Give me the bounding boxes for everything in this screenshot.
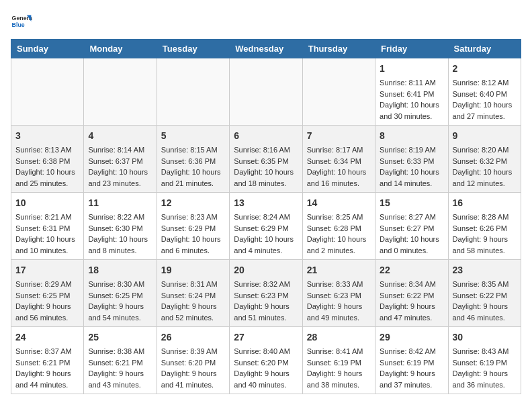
calendar-cell: 24Sunrise: 8:37 AMSunset: 6:21 PMDayligh…	[11, 327, 84, 394]
day-info: Daylight: 9 hours and 54 minutes.	[88, 301, 152, 323]
day-number: 23	[453, 263, 517, 277]
calendar-cell: 21Sunrise: 8:33 AMSunset: 6:23 PMDayligh…	[302, 260, 375, 327]
calendar-cell	[230, 58, 302, 126]
day-number: 28	[307, 330, 371, 345]
calendar-cell: 6Sunrise: 8:16 AMSunset: 6:35 PMDaylight…	[230, 126, 302, 193]
day-info: Sunset: 6:21 PM	[15, 357, 79, 369]
column-header-friday: Friday	[375, 40, 448, 58]
day-info: Sunrise: 8:22 AM	[88, 212, 152, 223]
day-info: Sunrise: 8:33 AM	[307, 279, 371, 290]
day-info: Sunrise: 8:38 AM	[88, 346, 152, 357]
day-info: Sunset: 6:25 PM	[15, 290, 79, 302]
day-info: Sunrise: 8:41 AM	[307, 346, 371, 357]
calendar-cell: 17Sunrise: 8:29 AMSunset: 6:25 PMDayligh…	[11, 260, 84, 327]
day-info: Daylight: 9 hours and 36 minutes.	[453, 368, 517, 390]
day-info: Daylight: 10 hours and 8 minutes.	[88, 234, 152, 256]
day-info: Sunrise: 8:12 AM	[453, 77, 517, 89]
calendar-cell	[84, 58, 157, 126]
day-info: Sunrise: 8:32 AM	[234, 279, 298, 290]
day-number: 3	[15, 129, 79, 143]
day-info: Sunset: 6:40 PM	[453, 89, 517, 100]
day-info: Sunset: 6:27 PM	[380, 223, 443, 234]
day-info: Daylight: 9 hours and 56 minutes.	[15, 301, 79, 323]
day-number: 4	[88, 129, 152, 143]
day-number: 8	[380, 129, 443, 143]
day-info: Sunset: 6:22 PM	[453, 290, 517, 302]
day-info: Daylight: 10 hours and 6 minutes.	[161, 234, 225, 256]
logo-icon: General Blue	[11, 11, 32, 32]
day-info: Daylight: 10 hours and 12 minutes.	[453, 167, 517, 189]
day-info: Daylight: 9 hours and 51 minutes.	[234, 301, 298, 323]
day-info: Daylight: 9 hours and 46 minutes.	[453, 301, 517, 323]
day-number: 29	[380, 330, 443, 345]
day-number: 25	[88, 330, 152, 345]
day-info: Daylight: 10 hours and 23 minutes.	[88, 167, 152, 189]
calendar-cell: 4Sunrise: 8:14 AMSunset: 6:37 PMDaylight…	[84, 126, 157, 193]
day-info: Sunrise: 8:24 AM	[234, 212, 298, 223]
calendar-cell: 7Sunrise: 8:17 AMSunset: 6:34 PMDaylight…	[302, 126, 375, 193]
day-number: 9	[453, 129, 517, 143]
day-info: Daylight: 10 hours and 2 minutes.	[307, 234, 371, 256]
day-info: Sunset: 6:28 PM	[307, 223, 371, 234]
calendar-cell: 13Sunrise: 8:24 AMSunset: 6:29 PMDayligh…	[230, 193, 302, 260]
calendar-cell: 26Sunrise: 8:39 AMSunset: 6:20 PMDayligh…	[157, 327, 229, 394]
logo: General Blue	[11, 11, 35, 32]
day-number: 12	[161, 196, 225, 210]
day-info: Daylight: 10 hours and 14 minutes.	[380, 167, 443, 189]
day-info: Sunset: 6:25 PM	[88, 290, 152, 302]
calendar-cell: 1Sunrise: 8:11 AMSunset: 6:41 PMDaylight…	[375, 58, 448, 126]
day-info: Sunset: 6:20 PM	[161, 357, 225, 369]
svg-text:Blue: Blue	[12, 21, 25, 28]
day-info: Sunrise: 8:28 AM	[453, 212, 517, 223]
day-info: Daylight: 9 hours and 44 minutes.	[15, 368, 79, 390]
day-info: Sunrise: 8:37 AM	[15, 346, 79, 357]
week-row-5: 24Sunrise: 8:37 AMSunset: 6:21 PMDayligh…	[11, 327, 521, 394]
day-info: Daylight: 9 hours and 58 minutes.	[453, 234, 517, 256]
day-info: Sunrise: 8:29 AM	[15, 279, 79, 290]
day-info: Sunrise: 8:15 AM	[161, 144, 225, 156]
calendar-cell: 30Sunrise: 8:43 AMSunset: 6:19 PMDayligh…	[448, 327, 521, 394]
calendar-cell: 18Sunrise: 8:30 AMSunset: 6:25 PMDayligh…	[84, 260, 157, 327]
day-info: Daylight: 9 hours and 41 minutes.	[161, 368, 225, 390]
calendar-cell	[11, 58, 84, 126]
day-info: Sunrise: 8:43 AM	[453, 346, 517, 357]
day-info: Sunset: 6:21 PM	[88, 357, 152, 369]
day-info: Daylight: 9 hours and 47 minutes.	[380, 301, 443, 323]
day-number: 7	[307, 129, 371, 143]
day-info: Sunrise: 8:39 AM	[161, 346, 225, 357]
calendar-cell: 14Sunrise: 8:25 AMSunset: 6:28 PMDayligh…	[302, 193, 375, 260]
day-number: 10	[15, 196, 79, 210]
column-header-saturday: Saturday	[448, 40, 521, 58]
day-info: Sunset: 6:29 PM	[161, 223, 225, 234]
calendar-table: SundayMondayTuesdayWednesdayThursdayFrid…	[11, 39, 521, 394]
day-info: Daylight: 9 hours and 40 minutes.	[234, 368, 298, 390]
week-row-4: 17Sunrise: 8:29 AMSunset: 6:25 PMDayligh…	[11, 260, 521, 327]
calendar-cell: 9Sunrise: 8:20 AMSunset: 6:32 PMDaylight…	[448, 126, 521, 193]
calendar-cell: 2Sunrise: 8:12 AMSunset: 6:40 PMDaylight…	[448, 58, 521, 126]
day-number: 6	[234, 129, 298, 143]
day-number: 1	[380, 62, 443, 76]
day-number: 14	[307, 196, 371, 210]
day-number: 11	[88, 196, 152, 210]
day-info: Daylight: 9 hours and 37 minutes.	[380, 368, 443, 390]
day-info: Daylight: 10 hours and 25 minutes.	[15, 167, 79, 189]
day-info: Sunrise: 8:35 AM	[453, 279, 517, 290]
calendar-cell: 15Sunrise: 8:27 AMSunset: 6:27 PMDayligh…	[375, 193, 448, 260]
calendar-cell: 27Sunrise: 8:40 AMSunset: 6:20 PMDayligh…	[230, 327, 302, 394]
day-info: Sunset: 6:32 PM	[453, 156, 517, 167]
day-info: Sunrise: 8:17 AM	[307, 144, 371, 156]
calendar-cell: 19Sunrise: 8:31 AMSunset: 6:24 PMDayligh…	[157, 260, 229, 327]
day-info: Sunset: 6:26 PM	[453, 223, 517, 234]
header-row: SundayMondayTuesdayWednesdayThursdayFrid…	[11, 40, 521, 58]
calendar-body: 1Sunrise: 8:11 AMSunset: 6:41 PMDaylight…	[11, 58, 521, 394]
day-info: Daylight: 9 hours and 43 minutes.	[88, 368, 152, 390]
day-info: Sunrise: 8:20 AM	[453, 144, 517, 156]
day-number: 13	[234, 196, 298, 210]
calendar-cell: 28Sunrise: 8:41 AMSunset: 6:19 PMDayligh…	[302, 327, 375, 394]
day-info: Sunset: 6:34 PM	[307, 156, 371, 167]
day-info: Sunset: 6:37 PM	[88, 156, 152, 167]
day-info: Sunrise: 8:31 AM	[161, 279, 225, 290]
day-info: Sunrise: 8:30 AM	[88, 279, 152, 290]
calendar-cell: 11Sunrise: 8:22 AMSunset: 6:30 PMDayligh…	[84, 193, 157, 260]
day-info: Sunrise: 8:34 AM	[380, 279, 443, 290]
